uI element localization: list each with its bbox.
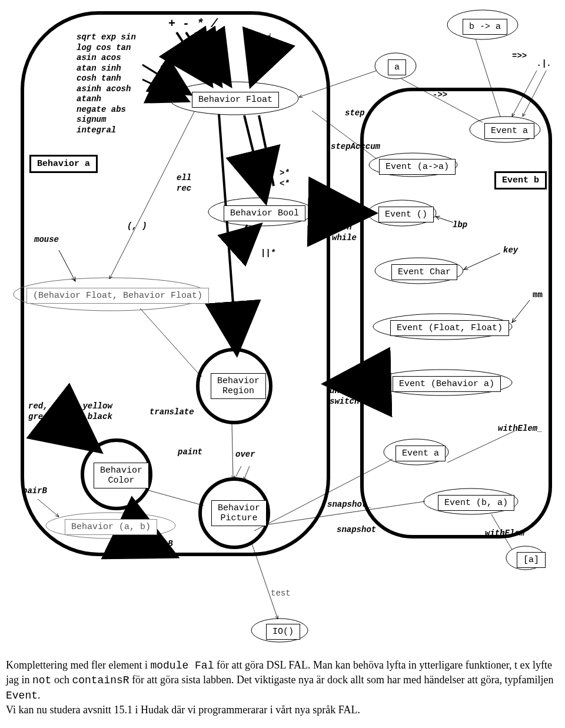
event-a-node: Event a <box>484 123 534 139</box>
svg-line-48 <box>476 39 500 117</box>
event-a-to-a-node: Event (a->a) <box>379 159 456 175</box>
svg-line-35 <box>235 226 259 247</box>
tuple-label: (, ) <box>127 221 147 232</box>
withelem_-label: withElem_ <box>498 424 543 434</box>
behavior-region-node: Behavior Region <box>211 373 266 399</box>
svg-line-32 <box>59 250 75 281</box>
svg-line-40 <box>244 466 250 480</box>
behavior-ab-node: Behavior (a, b) <box>65 519 157 535</box>
translate-label: translate <box>149 407 194 418</box>
svg-line-28 <box>259 115 274 186</box>
behavior-picture-node: Behavior Picture <box>211 500 267 526</box>
svg-line-34 <box>235 225 247 247</box>
ops-label: + - * / <box>168 16 218 31</box>
b-to-a-node: b -> a <box>463 19 507 35</box>
fal-diagram: Behavior a Event b Behavior Float Behavi… <box>0 0 565 647</box>
ell-rec-label: ell rec <box>177 173 191 194</box>
svg-line-25 <box>195 32 228 82</box>
svg-line-37 <box>146 490 204 506</box>
svg-line-56 <box>254 459 393 531</box>
math-funcs-label: sqrt exp sin log cos tan asin acos atan … <box>77 32 136 135</box>
withelem-label: withElem <box>485 528 524 539</box>
when-while-label: when while <box>332 222 357 243</box>
step-label: step <box>345 108 365 119</box>
behavior-float-pair-node: (Behavior Float, Behavior Float) <box>26 288 209 304</box>
svg-line-29 <box>219 114 237 351</box>
snapshot-label: snapshot <box>337 525 376 536</box>
svg-line-46 <box>330 383 373 384</box>
pairB-label: pairB <box>22 486 47 497</box>
lbp-label: lbp <box>453 220 467 231</box>
behavior-float-node: Behavior Float <box>192 92 279 108</box>
event-ba-node: Event (b, a) <box>438 495 514 511</box>
svg-line-50 <box>523 71 546 117</box>
dot-pipe-label: .|. <box>537 59 551 69</box>
svg-line-41 <box>38 499 59 517</box>
mouse-label: mouse <box>34 235 59 245</box>
svg-line-33 <box>140 308 201 377</box>
event-a2-node: Event a <box>396 446 446 461</box>
stepaccum-label: stepAcccum <box>331 142 380 152</box>
svg-line-43 <box>299 71 377 97</box>
svg-line-21 <box>142 65 188 93</box>
event-floatfloat-node: Event (Float, Float) <box>390 320 509 336</box>
svg-line-53 <box>512 300 530 323</box>
svg-line-42 <box>252 544 278 619</box>
svg-line-38 <box>232 423 233 479</box>
colors-label: red, blue, yellow green white black <box>28 401 112 422</box>
fwd-arrow-label: ->> <box>433 90 447 101</box>
cmp-label: >* <* <box>280 168 290 189</box>
svg-line-47 <box>401 79 483 122</box>
paint-label: paint <box>178 447 202 458</box>
list-a-node: [a] <box>517 552 546 568</box>
svg-rect-1 <box>362 89 550 537</box>
event-b-node: Event b <box>494 171 547 190</box>
snapshot_-label: snapshot_ <box>327 500 372 510</box>
eq-arrow-label: =>> <box>512 51 527 62</box>
behavior-bool-node: Behavior Bool <box>224 205 305 221</box>
a-node: a <box>388 59 406 75</box>
io-node: IO() <box>266 624 300 640</box>
svg-line-52 <box>464 253 500 270</box>
mm-label: mm <box>533 290 543 301</box>
svg-line-30 <box>109 112 194 279</box>
svg-line-36 <box>65 424 97 448</box>
svg-line-22 <box>142 79 186 100</box>
behavior-a-node: Behavior a <box>29 155 98 173</box>
event-char-node: Event Char <box>391 264 457 280</box>
svg-line-54 <box>447 431 515 463</box>
svg-line-51 <box>436 217 453 222</box>
over-label: over <box>235 450 255 460</box>
boolops-label: &&* ||* <box>236 248 275 259</box>
key-label: key <box>503 245 518 256</box>
pi-time-label: pi time <box>262 33 282 54</box>
event-unit-node: Event () <box>378 207 434 222</box>
test-label: test <box>271 589 291 599</box>
svg-line-24 <box>186 32 219 82</box>
event-behavior-a-node: Event (Behavior a) <box>393 376 501 392</box>
svg-line-45 <box>314 212 370 213</box>
fstB-sndB-label: fstB sndB <box>153 539 173 560</box>
untilb-switch-label: untilB switch <box>330 386 359 407</box>
behavior-color-node: Behavior Color <box>94 463 149 488</box>
svg-line-23 <box>177 32 210 82</box>
